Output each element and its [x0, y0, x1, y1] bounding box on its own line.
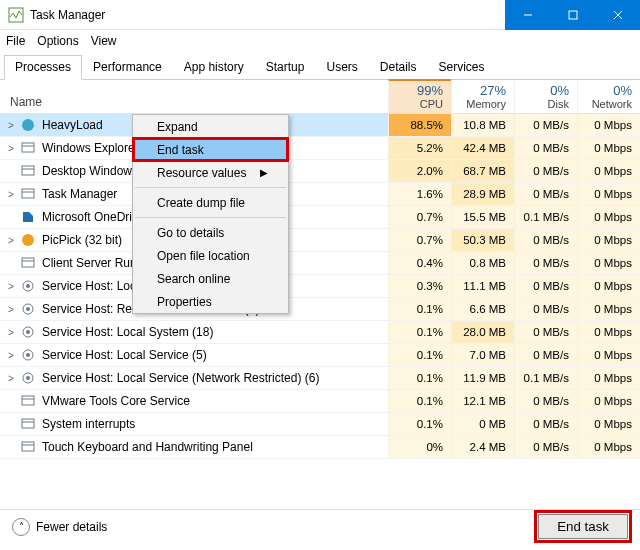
disk-value: 0 MB/s: [514, 114, 577, 136]
table-row[interactable]: Client Server Runtime Process0.4%0.8 MB0…: [0, 252, 640, 275]
network-value: 0 Mbps: [577, 252, 640, 274]
process-list[interactable]: Expand End task Resource values ▶ Create…: [0, 114, 640, 509]
expand-toggle[interactable]: >: [6, 281, 16, 292]
process-icon: [20, 140, 36, 156]
process-name: PicPick (32 bit): [42, 233, 122, 247]
table-row[interactable]: Touch Keyboard and Handwriting Panel0%2.…: [0, 436, 640, 459]
cpu-value: 0.4%: [388, 252, 451, 274]
ctx-go-to-details[interactable]: Go to details: [133, 221, 288, 244]
disk-value: 0 MB/s: [514, 413, 577, 435]
memory-value: 42.4 MB: [451, 137, 514, 159]
memory-value: 0.8 MB: [451, 252, 514, 274]
table-row[interactable]: >Task Manager1.6%28.9 MB0 MB/s0 Mbps: [0, 183, 640, 206]
disk-value: 0 MB/s: [514, 252, 577, 274]
col-network[interactable]: 0% Network: [577, 81, 640, 113]
cpu-value: 0.3%: [388, 275, 451, 297]
col-name[interactable]: Name: [0, 95, 388, 113]
tab-startup[interactable]: Startup: [255, 55, 316, 80]
table-row[interactable]: Microsoft OneDrive0.7%15.5 MB0.1 MB/s0 M…: [0, 206, 640, 229]
disk-value: 0 MB/s: [514, 436, 577, 458]
table-row[interactable]: Desktop Window Manager2.0%68.7 MB0 MB/s0…: [0, 160, 640, 183]
table-row[interactable]: >Service Host: Local Service (5)0.1%7.0 …: [0, 344, 640, 367]
close-button[interactable]: [595, 0, 640, 30]
ctx-open-file-location[interactable]: Open file location: [133, 244, 288, 267]
menu-view[interactable]: View: [91, 34, 117, 48]
process-name: Windows Explorer: [42, 141, 139, 155]
tab-details[interactable]: Details: [369, 55, 428, 80]
svg-point-12: [22, 234, 34, 246]
chevron-up-icon: ˄: [12, 518, 30, 536]
process-icon: [20, 255, 36, 271]
process-name: VMware Tools Core Service: [42, 394, 190, 408]
memory-value: 12.1 MB: [451, 390, 514, 412]
expand-toggle[interactable]: >: [6, 350, 16, 361]
network-value: 0 Mbps: [577, 413, 640, 435]
cpu-value: 0%: [388, 436, 451, 458]
column-headers: Name 99% CPU 27% Memory 0% Disk 0% Netwo…: [0, 80, 640, 114]
table-row[interactable]: System interrupts0.1%0 MB0 MB/s0 Mbps: [0, 413, 640, 436]
ctx-expand[interactable]: Expand: [133, 115, 288, 138]
network-value: 0 Mbps: [577, 114, 640, 136]
maximize-button[interactable]: [550, 0, 595, 30]
memory-value: 28.0 MB: [451, 321, 514, 343]
expand-toggle[interactable]: >: [6, 304, 16, 315]
process-icon: [20, 117, 36, 133]
expand-toggle[interactable]: >: [6, 189, 16, 200]
network-value: 0 Mbps: [577, 206, 640, 228]
cpu-value: 0.1%: [388, 390, 451, 412]
ctx-create-dump[interactable]: Create dump file: [133, 191, 288, 214]
table-row[interactable]: >Service Host: Remote Procedure Call (7)…: [0, 298, 640, 321]
footer: ˄ Fewer details End task: [0, 509, 640, 543]
table-row[interactable]: >Service Host: Local System (18)0.1%28.0…: [0, 321, 640, 344]
col-memory[interactable]: 27% Memory: [451, 81, 514, 113]
table-row[interactable]: >Service Host: Local Service (Network Re…: [0, 367, 640, 390]
network-value: 0 Mbps: [577, 436, 640, 458]
expand-toggle[interactable]: >: [6, 327, 16, 338]
col-disk[interactable]: 0% Disk: [514, 81, 577, 113]
expand-toggle[interactable]: >: [6, 143, 16, 154]
process-icon: [20, 439, 36, 455]
svg-rect-2: [569, 11, 577, 19]
cpu-value: 0.1%: [388, 367, 451, 389]
ctx-end-task[interactable]: End task: [133, 138, 288, 161]
expand-toggle[interactable]: >: [6, 235, 16, 246]
ctx-search-online[interactable]: Search online: [133, 267, 288, 290]
ctx-properties[interactable]: Properties: [133, 290, 288, 313]
disk-value: 0 MB/s: [514, 344, 577, 366]
expand-toggle[interactable]: >: [6, 373, 16, 384]
process-icon: [20, 393, 36, 409]
memory-value: 28.9 MB: [451, 183, 514, 205]
context-menu: Expand End task Resource values ▶ Create…: [132, 114, 289, 314]
menu-options[interactable]: Options: [37, 34, 78, 48]
disk-value: 0 MB/s: [514, 298, 577, 320]
process-icon: [20, 186, 36, 202]
process-name-cell: System interrupts: [0, 416, 388, 432]
table-row[interactable]: >Windows Explorer5.2%42.4 MB0 MB/s0 Mbps: [0, 137, 640, 160]
process-name: System interrupts: [42, 417, 135, 431]
tab-processes[interactable]: Processes: [4, 55, 82, 80]
disk-value: 0 MB/s: [514, 321, 577, 343]
end-task-button[interactable]: End task: [538, 514, 628, 539]
table-row[interactable]: VMware Tools Core Service0.1%12.1 MB0 MB…: [0, 390, 640, 413]
tab-services[interactable]: Services: [428, 55, 496, 80]
network-value: 0 Mbps: [577, 160, 640, 182]
fewer-details-button[interactable]: ˄ Fewer details: [12, 518, 107, 536]
table-row[interactable]: >PicPick (32 bit)0.7%50.3 MB0 MB/s0 Mbps: [0, 229, 640, 252]
disk-value: 0.1 MB/s: [514, 206, 577, 228]
network-value: 0 Mbps: [577, 321, 640, 343]
app-icon: [8, 7, 24, 23]
tab-performance[interactable]: Performance: [82, 55, 173, 80]
table-row[interactable]: >HeavyLoad88.5%10.8 MB0 MB/s0 Mbps: [0, 114, 640, 137]
ctx-resource-values[interactable]: Resource values ▶: [133, 161, 288, 184]
table-row[interactable]: >Service Host: Local Service (No Network…: [0, 275, 640, 298]
tab-app-history[interactable]: App history: [173, 55, 255, 80]
process-name: HeavyLoad: [42, 118, 103, 132]
process-name: Touch Keyboard and Handwriting Panel: [42, 440, 253, 454]
col-cpu[interactable]: 99% CPU: [388, 79, 451, 113]
menu-file[interactable]: File: [6, 34, 25, 48]
tab-users[interactable]: Users: [315, 55, 368, 80]
disk-value: 0 MB/s: [514, 275, 577, 297]
expand-toggle[interactable]: >: [6, 120, 16, 131]
network-value: 0 Mbps: [577, 183, 640, 205]
minimize-button[interactable]: [505, 0, 550, 30]
